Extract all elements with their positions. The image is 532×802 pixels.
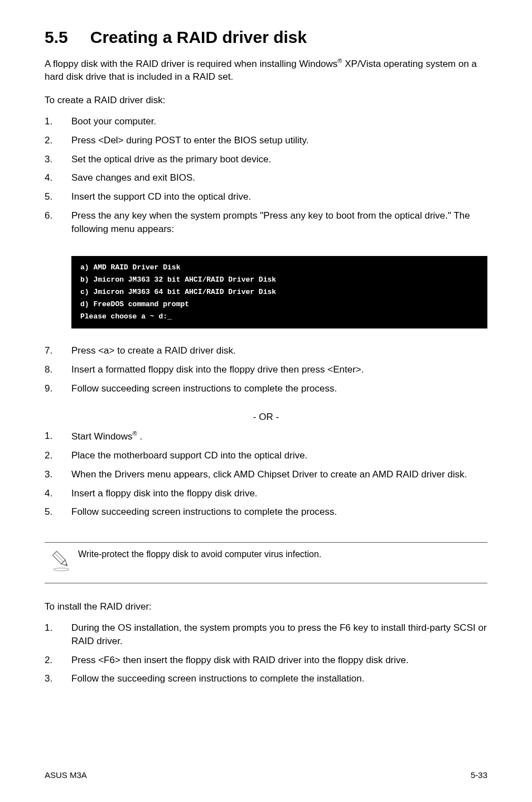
note-box: Write-protect the floppy disk to avoid c… (45, 542, 487, 583)
step-text: Save changes and exit BIOS. (71, 171, 487, 185)
step-text: When the Drivers menu appears, click AMD… (71, 468, 487, 481)
code-line: b) Jmicron JM363 32 bit AHCI/RAID Driver… (80, 276, 276, 284)
svg-line-3 (55, 553, 64, 562)
step-text: Follow succeeding screen instructions to… (71, 382, 487, 395)
intro-paragraph: A floppy disk with the RAID driver is re… (45, 57, 487, 84)
list-item: 2.Press <F6> then insert the floppy disk… (45, 654, 487, 667)
steps-list-4: 1.During the OS installation, the system… (45, 621, 487, 691)
note-text: Write-protect the floppy disk to avoid c… (78, 547, 487, 561)
list-item: 8.Insert a formatted floppy disk into th… (45, 363, 487, 376)
steps-list-2: 7.Press <a> to create a RAID driver disk… (45, 344, 487, 400)
step-text: Boot your computer. (71, 115, 487, 128)
footer-left: ASUS M3A (45, 770, 87, 780)
page-title: 5.5 Creating a RAID driver disk (45, 28, 487, 47)
list-item: 3.Set the optical drive as the primary b… (45, 153, 487, 166)
list-item: 5.Follow succeeding screen instructions … (45, 505, 487, 519)
list-item: 1.Start Windows® . (45, 429, 487, 443)
step-number: 4. (45, 487, 71, 500)
list-item: 4.Save changes and exit BIOS. (45, 171, 487, 185)
list-item: 5.Insert the support CD into the optical… (45, 190, 487, 204)
step-prefix: Start Windows (71, 431, 133, 442)
list-item: 2.Press <Del> during POST to enter the B… (45, 134, 487, 147)
step-number: 2. (45, 449, 71, 462)
step-text: Press <a> to create a RAID driver disk. (71, 344, 487, 357)
heading-number: 5.5 (45, 28, 68, 47)
section-label-create: To create a RAID driver disk: (45, 94, 487, 107)
list-item: 2.Place the motherboard support CD into … (45, 449, 487, 462)
list-item: 9.Follow succeeding screen instructions … (45, 382, 487, 395)
step-text: During the OS installation, the system p… (71, 621, 487, 648)
list-item: 3.When the Drivers menu appears, click A… (45, 468, 487, 481)
step-number: 6. (45, 209, 71, 236)
step-text: Follow succeeding screen instructions to… (71, 505, 487, 519)
step-number: 3. (45, 672, 71, 685)
step-number: 1. (45, 429, 71, 443)
step-text: Follow the succeeding screen instruction… (71, 672, 487, 685)
list-item: 6.Press the any key when the system prom… (45, 209, 487, 236)
steps-list-3: 1.Start Windows® . 2.Place the motherboa… (45, 429, 487, 524)
intro-prefix: A floppy disk with the RAID driver is re… (45, 59, 337, 69)
step-number: 5. (45, 190, 71, 204)
step-number: 5. (45, 505, 71, 519)
step-number: 1. (45, 621, 71, 648)
step-text: Start Windows® . (71, 429, 487, 443)
section-label-install: To install the RAID driver: (45, 600, 487, 613)
step-text: Set the optical drive as the primary boo… (71, 153, 487, 166)
step-text: Press <F6> then insert the floppy disk w… (71, 654, 487, 667)
or-divider: - OR - (45, 412, 487, 423)
list-item: 7.Press <a> to create a RAID driver disk… (45, 344, 487, 357)
step-suffix: . (137, 431, 142, 442)
step-number: 3. (45, 153, 71, 166)
step-text: Insert a floppy disk into the floppy dis… (71, 487, 487, 500)
list-item: 1.During the OS installation, the system… (45, 621, 487, 648)
step-text: Insert a formatted floppy disk into the … (71, 363, 487, 376)
page-footer: ASUS M3A 5-33 (45, 759, 487, 780)
step-text: Insert the support CD into the optical d… (71, 190, 487, 204)
terminal-output: a) AMD RAID Driver Disk b) Jmicron JM363… (71, 256, 487, 328)
step-text: Place the motherboard support CD into th… (71, 449, 487, 462)
list-item: 3.Follow the succeeding screen instructi… (45, 672, 487, 685)
step-number: 2. (45, 654, 71, 667)
step-number: 4. (45, 171, 71, 185)
heading-text: Creating a RAID driver disk (90, 28, 307, 47)
list-item: 1.Boot your computer. (45, 115, 487, 128)
list-item: 4.Insert a floppy disk into the floppy d… (45, 487, 487, 500)
footer-right: 5-33 (471, 770, 487, 780)
step-text: Press the any key when the system prompt… (71, 209, 487, 236)
code-line: d) FreeDOS command prompt (80, 300, 189, 308)
step-text: Press <Del> during POST to enter the BIO… (71, 134, 487, 147)
code-line: a) AMD RAID Driver Disk (80, 263, 180, 272)
pencil-icon (45, 547, 78, 572)
step-number: 1. (45, 115, 71, 128)
steps-list-1: 1.Boot your computer. 2.Press <Del> duri… (45, 115, 487, 241)
code-line: c) Jmicron JM363 64 bit AHCI/RAID Driver… (80, 288, 276, 296)
step-number: 2. (45, 134, 71, 147)
registered-mark: ® (133, 430, 137, 437)
step-number: 9. (45, 382, 71, 395)
code-line: Please choose a ~ d:_ (80, 312, 172, 321)
step-number: 8. (45, 363, 71, 376)
step-number: 7. (45, 344, 71, 357)
step-number: 3. (45, 468, 71, 481)
svg-point-4 (54, 568, 69, 571)
